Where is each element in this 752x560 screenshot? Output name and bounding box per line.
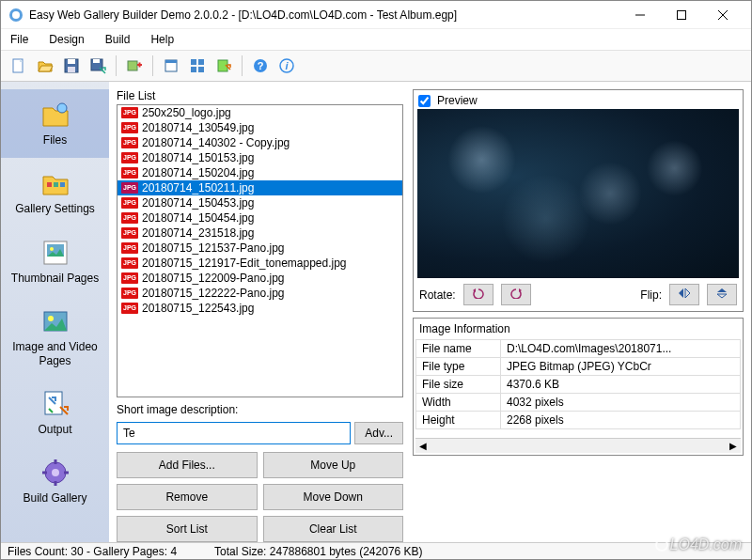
image-info-label: Image Information: [415, 320, 741, 337]
svg-rect-25: [47, 182, 52, 187]
file-list-row[interactable]: JPG20180714_150454.jpg: [118, 210, 402, 226]
rotate-ccw-button[interactable]: [463, 284, 494, 305]
info-tool[interactable]: i: [274, 54, 299, 78]
info-h-scrollbar[interactable]: ◀ ▶: [415, 438, 741, 453]
file-list-row[interactable]: JPG250x250_logo.jpg: [118, 105, 402, 120]
menu-file[interactable]: File: [7, 31, 32, 48]
sort-list-button[interactable]: Sort List: [117, 516, 258, 542]
sidebar-item-thumbnail-pages[interactable]: Thumbnail Pages: [1, 227, 109, 296]
svg-rect-27: [60, 182, 65, 187]
save-button[interactable]: [59, 54, 84, 78]
info-row: Width4032 pixels: [416, 394, 741, 412]
file-name: 20180715_122543.jpg: [142, 302, 254, 315]
close-button[interactable]: [702, 2, 744, 28]
open-button[interactable]: [33, 54, 57, 78]
status-bar: Files Count: 30 - Gallery Pages: 4 Total…: [1, 542, 751, 560]
file-list-row[interactable]: JPG20180714_231518.jpg: [118, 226, 402, 241]
description-label: Short image description:: [117, 403, 403, 416]
file-list-row[interactable]: JPG20180714_150211.jpg: [118, 180, 402, 195]
toolbar: ? i: [1, 50, 751, 82]
jpg-icon: JPG: [121, 122, 138, 133]
remove-button[interactable]: Remove: [117, 484, 258, 510]
page-view-tool[interactable]: [159, 54, 183, 78]
file-list-row[interactable]: JPG20180715_121537-Pano.jpg: [118, 241, 402, 256]
svg-rect-16: [198, 59, 204, 65]
file-list-row[interactable]: JPG20180715_122222-Pano.jpg: [118, 286, 402, 301]
file-list-row[interactable]: JPG20180715_122009-Pano.jpg: [118, 271, 402, 286]
scroll-left-icon[interactable]: ◀: [415, 439, 431, 454]
sidebar-label: Files: [43, 133, 67, 147]
gallery-settings-icon: [39, 167, 71, 199]
file-list-row[interactable]: JPG20180714_150453.jpg: [118, 195, 402, 210]
maximize-button[interactable]: [661, 2, 702, 28]
window-title: Easy Web Gallery Builder Demo 2.0.0.2 - …: [29, 8, 619, 22]
jpg-icon: JPG: [121, 107, 138, 118]
save-as-button[interactable]: [86, 54, 110, 78]
image-info-panel: Image Information File nameD:\LO4D.com\I…: [413, 318, 744, 456]
jpg-icon: JPG: [121, 212, 138, 224]
preview-checkbox[interactable]: [418, 95, 431, 107]
output-icon: [39, 388, 71, 420]
menu-design[interactable]: Design: [45, 31, 87, 48]
help-tool[interactable]: ?: [248, 54, 273, 78]
flip-label: Flip:: [640, 288, 662, 302]
new-button[interactable]: [7, 54, 31, 78]
description-input[interactable]: [117, 422, 351, 444]
svg-point-30: [50, 247, 54, 251]
sidebar-item-output[interactable]: Output: [1, 379, 109, 447]
move-up-button[interactable]: Move Up: [263, 452, 404, 478]
scroll-right-icon[interactable]: ▶: [726, 439, 741, 454]
file-name: 20180714_150153.jpg: [142, 151, 254, 164]
jpg-icon: JPG: [121, 167, 138, 179]
file-name: 20180714_130549.jpg: [142, 121, 254, 134]
add-files-tool[interactable]: [122, 54, 147, 78]
file-list-row[interactable]: JPG20180714_130549.jpg: [118, 120, 402, 135]
app-icon: [8, 8, 24, 23]
preview-image: [417, 109, 739, 278]
file-name: 20180714_150453.jpg: [142, 196, 254, 210]
svg-rect-8: [68, 59, 75, 64]
flip-horizontal-button[interactable]: [669, 284, 699, 305]
jpg-icon: JPG: [121, 288, 138, 299]
info-row: File typeJPEG Bitmap (JPEG) YCbCr: [416, 358, 741, 376]
preview-panel: Preview Rotate: Flip:: [413, 89, 744, 312]
file-list-row[interactable]: JPG20180714_140302 - Copy.jpg: [118, 135, 402, 150]
sidebar-item-gallery-settings[interactable]: Gallery Settings: [1, 158, 109, 226]
file-list[interactable]: JPG250x250_logo.jpgJPG20180714_130549.jp…: [117, 104, 403, 397]
build-tool[interactable]: [212, 54, 236, 78]
file-list-row[interactable]: JPG20180714_150204.jpg: [118, 165, 402, 180]
clear-list-button[interactable]: Clear List: [263, 516, 404, 542]
file-name: 20180714_140302 - Copy.jpg: [142, 136, 290, 149]
file-list-row[interactable]: JPG20180715_121917-Edit_tonemapped.jpg: [118, 256, 402, 271]
sidebar-label: Gallery Settings: [15, 202, 95, 215]
file-name: 20180714_150211.jpg: [142, 181, 254, 194]
sidebar-item-files[interactable]: Files: [1, 89, 109, 158]
svg-rect-12: [128, 61, 137, 70]
grid-view-tool[interactable]: [185, 54, 210, 78]
file-list-row[interactable]: JPG20180715_122543.jpg: [118, 301, 402, 316]
sidebar-item-image-video-pages[interactable]: Image and Video Pages: [1, 296, 109, 379]
menu-build[interactable]: Build: [102, 31, 134, 48]
sidebar-label: Image and Video Pages: [5, 340, 105, 367]
file-list-row[interactable]: JPG20180714_150153.jpg: [118, 150, 402, 165]
add-files-button[interactable]: Add Files...: [117, 452, 258, 478]
sidebar-label: Build Gallery: [23, 491, 86, 505]
file-name: 20180714_150454.jpg: [142, 211, 254, 225]
svg-rect-3: [678, 10, 686, 19]
move-down-button[interactable]: Move Down: [263, 484, 404, 510]
sidebar-item-build-gallery[interactable]: Build Gallery: [1, 447, 109, 516]
info-row: Height2268 pixels: [416, 412, 741, 429]
jpg-icon: JPG: [121, 257, 138, 269]
svg-point-32: [48, 316, 54, 321]
svg-rect-15: [191, 59, 196, 65]
adv-button[interactable]: Adv...: [354, 422, 403, 444]
title-bar: Easy Web Gallery Builder Demo 2.0.0.2 - …: [1, 1, 751, 29]
jpg-icon: JPG: [121, 152, 138, 163]
rotate-cw-button[interactable]: [501, 284, 531, 305]
minimize-button[interactable]: [619, 2, 661, 28]
flip-vertical-button[interactable]: [707, 284, 737, 305]
file-name: 20180715_121917-Edit_tonemapped.jpg: [142, 257, 347, 270]
jpg-icon: JPG: [121, 182, 138, 194]
file-name: 20180715_121537-Pano.jpg: [142, 241, 284, 255]
menu-help[interactable]: Help: [147, 31, 178, 48]
